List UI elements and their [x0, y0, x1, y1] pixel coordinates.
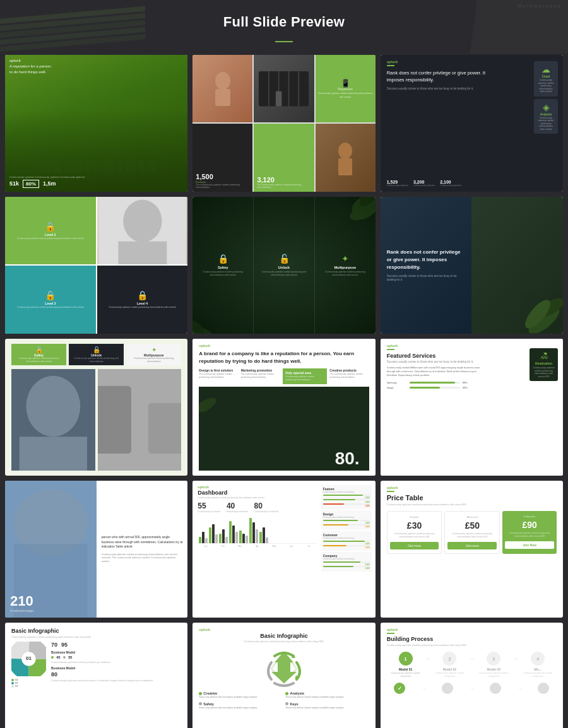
slide-9: upluck Featured Services Success usually… [381, 339, 563, 476]
slide-3-stats: 1,529Continuously optimise 3,200Continuo… [387, 180, 557, 187]
svg-point-23 [123, 200, 162, 243]
slide-12-dash [387, 491, 394, 492]
slide-9-progress: Varleung 90% Image 60% [387, 381, 557, 389]
slide-9-dash [387, 349, 394, 350]
slide-4-img-1 [97, 197, 188, 264]
slide-10-label: of selected images [10, 609, 92, 613]
slide-12-title: Price Table [387, 494, 557, 502]
slide-10-stat: 210 [10, 593, 92, 609]
svg-rect-19 [276, 91, 282, 107]
slide-4-cell-3: 🔒 Level 4 Continuously optimise market p… [97, 266, 188, 334]
slide-12-cards: Regular £30 Continuously optimise market… [387, 511, 557, 554]
slide-8: upluck A brand for a company is like a r… [192, 339, 375, 476]
svg-rect-14 [259, 71, 309, 106]
slide-14-title: Basic Infographic [199, 633, 369, 639]
slide-12-sub: Continuously optimise market positioning… [387, 503, 557, 506]
slide-12: upluck Price Table Continuously optimise… [381, 481, 563, 618]
slide-7-img-1 [11, 369, 95, 471]
slide-10: 210 of selected images person who with a… [5, 481, 187, 618]
slide-1-sublabel: Continuously optimise Continuously optim… [9, 175, 183, 179]
slide-3-icons: ☁ Cloud Continuously optimise market pos… [534, 61, 558, 134]
slide-11-chart-labels: Jan Feb Mar Apr May Jun Jul [198, 545, 316, 548]
slide-9-desc: Continuously market Millionnaire with so… [387, 366, 480, 377]
slide-6: Rank does not confer privilege or give p… [381, 197, 563, 334]
svg-rect-38 [148, 403, 181, 454]
slide-2-stat-1: 1,500 Products The continuously optimise… [192, 124, 252, 192]
slide-grid: upluck A reputation for a person.to do h… [0, 55, 568, 728]
slide-6-quote: Rank does not confer privilege or give p… [381, 197, 472, 334]
slide-1-tagline: A reputation for a person.to do hard thi… [9, 64, 183, 75]
slide-7-item-2: 🔓 Unlock Continuously optimise market po… [69, 344, 124, 365]
slide-11: upluck Dashboard Continuously optimise m… [192, 481, 375, 618]
svg-rect-2 [53, 156, 62, 173]
svg-rect-24 [118, 242, 167, 265]
svg-point-39 [199, 395, 218, 412]
slide-9-brand: upluck [387, 344, 557, 348]
svg-rect-13 [215, 89, 230, 106]
slide-2-img-1 [192, 55, 252, 122]
slide-8-brand: upluck [199, 344, 369, 348]
svg-rect-5 [86, 163, 90, 173]
slide-6-image [471, 197, 563, 334]
svg-rect-8 [117, 160, 124, 173]
slide-8-number: 80. [335, 449, 360, 469]
slide-15-decorations: ✓ → → → [387, 683, 557, 694]
slide-15-brand: upluck [387, 628, 557, 631]
slide-5: 🔒 Safety Continuously optimise market po… [192, 197, 375, 334]
slide-2-img-3 [316, 124, 376, 192]
slide-13: Basic Infographic Continuously optimise … [5, 623, 187, 728]
slide-5-item-2: 🔓 Unlock Continuously optimise market po… [254, 197, 315, 334]
svg-point-20 [338, 143, 352, 159]
svg-rect-7 [103, 157, 115, 173]
slide-2-green-cell: 📱 ResponsiveContinuously optimise market… [316, 55, 376, 122]
slide-13-pie: 01 [11, 642, 46, 676]
slide-1-stat2: 80% [23, 180, 39, 188]
svg-rect-4 [73, 158, 84, 173]
slide-15-dash [387, 633, 394, 634]
slide-3-quote: Rank does not confer privilege or give p… [387, 69, 497, 84]
svg-rect-10 [138, 161, 145, 173]
slide-2-stat-2: 3,120 The continuously optimise market p… [254, 124, 314, 192]
svg-point-34 [26, 376, 80, 437]
slide-9-sub: Success usually comes to those who are t… [387, 360, 480, 363]
slide-1-stat3: 1,5m [43, 180, 56, 187]
slide-7-img-2 [98, 369, 182, 471]
slide-7: 🔒 Safety Continuously optimise market po… [5, 339, 187, 476]
svg-rect-11 [147, 160, 157, 173]
slide-4: 🔒 Level 2 Continuously optimise market p… [5, 197, 187, 334]
slide-14-brand: upluck [199, 628, 369, 631]
svg-rect-1 [46, 161, 51, 173]
slide-8-main-text: A brand for a company is like a reputati… [199, 350, 369, 365]
slide-9-side-card: 🏖 Destination Continuously optimise mark… [530, 348, 558, 381]
slide-3-dash [387, 65, 394, 66]
slide-4-cell-1: 🔒 Level 2 Continuously optimise market p… [5, 197, 96, 264]
svg-rect-0 [37, 159, 44, 173]
svg-rect-21 [338, 158, 352, 175]
slide-3-brand: upluck [387, 60, 557, 64]
slide-14: upluck Basic Infographic Continuously op… [192, 623, 375, 728]
svg-rect-6 [92, 159, 101, 173]
slide-5-item-1: 🔒 Safety Continuously optimise market po… [192, 197, 254, 334]
slide-5-item-3: ✦ Multipurpose Continuously optimise mar… [315, 197, 376, 334]
slide-1: upluck A reputation for a person.to do h… [5, 55, 187, 192]
slide-15-sub: Continuously optimise market positioning… [387, 643, 557, 647]
svg-point-12 [215, 72, 230, 90]
slide-7-item-1: 🔒 Safety Continuously optimise market po… [11, 344, 66, 365]
slide-1-stat1: 51k [9, 180, 19, 187]
slide-4-cell-2: 🔒 Level 3 Continuously optimise market p… [5, 266, 96, 334]
slide-2-img-2 [254, 55, 314, 122]
slide-12-brand: upluck [387, 486, 557, 490]
slide-14-cycle [199, 647, 369, 688]
slide-13-title: Basic Infographic [11, 628, 181, 634]
slide-10-img: 210 of selected images [5, 481, 97, 618]
slide-11-chart [198, 515, 316, 544]
slide-1-brand: upluck [9, 59, 21, 62]
slide-14-sub: Continuously optimise market positioning… [199, 640, 369, 643]
slide-3-sub: Success usually comes to those who are t… [387, 87, 489, 91]
svg-rect-37 [98, 386, 131, 454]
slide-15-steps: 1 Model 01 Continuously optimise market … [387, 652, 557, 678]
slide-15-title: Building Process [387, 636, 557, 642]
slide-14-sections: Creative Seam only without shared analys… [199, 691, 369, 710]
page-header: Multipurpose Full Slide Preview [0, 0, 568, 55]
svg-text:01: 01 [26, 655, 32, 661]
